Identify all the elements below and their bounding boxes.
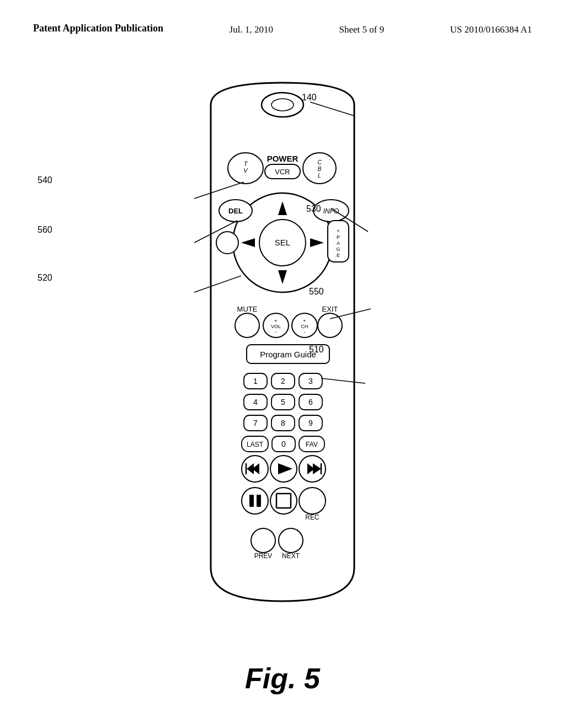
vcr-label: VCR [275, 168, 290, 176]
rec-label: REC [305, 513, 319, 521]
page-header: Patent Application Publication Jul. 1, 2… [0, 22, 565, 35]
svg-text:CH: CH [301, 324, 308, 329]
publication-date: Jul. 1, 2010 [230, 22, 273, 35]
sheet-info: Sheet 5 of 9 [339, 22, 384, 35]
svg-point-31 [235, 313, 259, 338]
num7: 7 [253, 419, 258, 427]
num0: 0 [281, 440, 286, 448]
annotation-510: 510 [309, 345, 324, 355]
svg-text:+: + [337, 228, 339, 234]
svg-text:B: B [318, 166, 322, 172]
annotation-140: 140 [302, 93, 317, 103]
svg-text:-: - [304, 329, 306, 335]
sel-label: SEL [275, 238, 290, 247]
svg-text:VOL: VOL [271, 324, 281, 329]
power-label: POWER [267, 154, 299, 163]
num4: 4 [253, 398, 258, 406]
patent-number: US 2010/0166384 A1 [450, 22, 532, 35]
svg-text:A: A [337, 240, 340, 246]
annotation-550: 550 [309, 287, 324, 297]
annotation-530: 530 [306, 204, 321, 214]
mute-label: MUTE [237, 305, 258, 313]
num8: 8 [281, 419, 285, 427]
num2: 2 [281, 377, 285, 386]
svg-text:+: + [303, 318, 306, 324]
diagram-area: T V POWER VCR C B L SEL DEL INFO [0, 72, 565, 612]
svg-point-0 [262, 93, 303, 117]
publication-title: Patent Application Publication [33, 22, 163, 35]
svg-text:C: C [317, 159, 322, 165]
num5: 5 [281, 398, 285, 406]
svg-text:P: P [337, 234, 340, 240]
program-guide-label: Program Guide [260, 350, 316, 359]
annotation-560: 560 [38, 225, 52, 235]
next-label: NEXT [282, 552, 300, 560]
svg-point-72 [251, 528, 275, 553]
num9: 9 [308, 419, 313, 427]
svg-text:-: - [338, 259, 339, 264]
svg-point-73 [279, 528, 303, 553]
svg-rect-68 [257, 495, 261, 507]
svg-text:-: - [275, 329, 277, 335]
annotation-520: 520 [38, 273, 52, 283]
figure-label: Fig. 5 [0, 662, 565, 695]
svg-text:L: L [318, 173, 321, 179]
fav-label: FAV [306, 441, 318, 448]
svg-text:G: G [336, 247, 340, 252]
svg-text:+: + [274, 318, 277, 324]
svg-rect-67 [249, 495, 254, 507]
svg-point-66 [242, 488, 268, 514]
del-label: DEL [228, 207, 243, 215]
last-label: LAST [247, 441, 264, 448]
svg-point-71 [299, 488, 326, 514]
exit-label: EXIT [322, 305, 338, 313]
annotation-540: 540 [38, 175, 52, 185]
remote-control-diagram: T V POWER VCR C B L SEL DEL INFO [139, 72, 426, 612]
prev-label: PREV [254, 552, 273, 560]
svg-point-69 [270, 488, 297, 514]
num3: 3 [308, 377, 313, 386]
svg-point-20 [216, 232, 238, 254]
svg-text:E: E [337, 253, 340, 258]
num6: 6 [308, 398, 313, 406]
num1: 1 [253, 377, 258, 386]
